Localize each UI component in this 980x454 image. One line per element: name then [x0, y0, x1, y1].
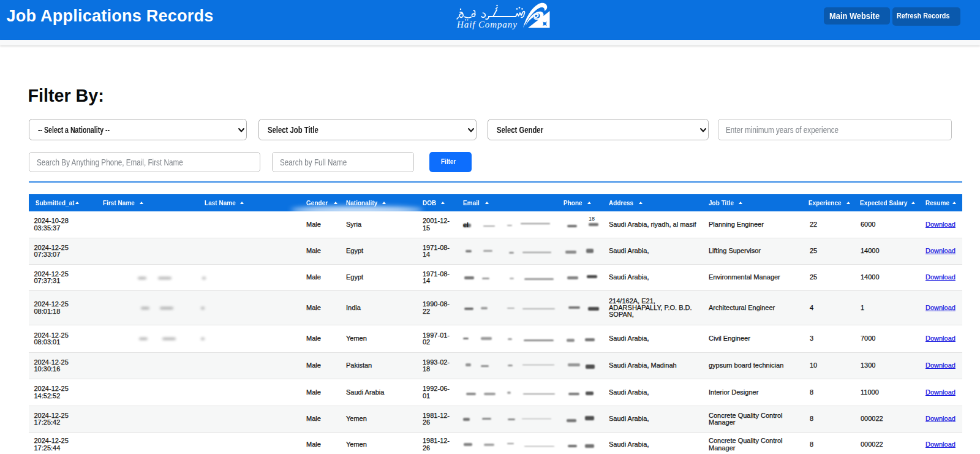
svg-text:Haif Company: Haif Company — [456, 20, 518, 29]
